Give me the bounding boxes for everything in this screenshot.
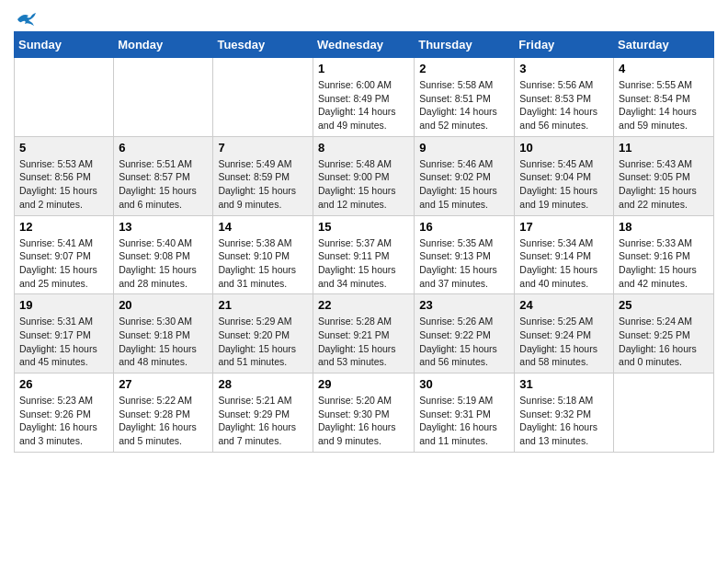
calendar-cell: 5Sunrise: 5:53 AM Sunset: 8:56 PM Daylig… [15,136,114,215]
calendar-cell: 13Sunrise: 5:40 AM Sunset: 9:08 PM Dayli… [114,215,213,294]
day-info: Sunrise: 5:21 AM Sunset: 9:29 PM Dayligh… [218,394,308,448]
day-number: 27 [119,377,208,391]
day-info: Sunrise: 5:43 AM Sunset: 9:05 PM Dayligh… [619,157,709,212]
day-number: 19 [19,298,108,312]
day-number: 10 [519,141,609,155]
day-info: Sunrise: 5:35 AM Sunset: 9:13 PM Dayligh… [419,236,509,291]
calendar-cell: 28Sunrise: 5:21 AM Sunset: 9:29 PM Dayli… [213,373,313,453]
calendar-week-row: 1Sunrise: 6:00 AM Sunset: 8:49 PM Daylig… [15,58,714,137]
day-info: Sunrise: 5:55 AM Sunset: 8:54 PM Dayligh… [619,78,709,132]
day-number: 6 [119,141,208,155]
day-number: 20 [119,298,208,312]
day-info: Sunrise: 5:19 AM Sunset: 9:31 PM Dayligh… [419,394,509,448]
day-number: 22 [318,298,409,312]
calendar-week-row: 26Sunrise: 5:23 AM Sunset: 9:26 PM Dayli… [15,373,714,453]
day-info: Sunrise: 5:56 AM Sunset: 8:53 PM Dayligh… [519,78,609,132]
calendar-cell: 24Sunrise: 5:25 AM Sunset: 9:24 PM Dayli… [515,294,614,373]
day-info: Sunrise: 5:33 AM Sunset: 9:16 PM Dayligh… [619,236,709,291]
day-info: Sunrise: 5:18 AM Sunset: 9:32 PM Dayligh… [519,394,609,448]
day-number: 23 [419,298,509,312]
day-number: 18 [619,220,709,234]
day-header-wednesday: Wednesday [313,32,414,58]
day-number: 28 [218,377,308,391]
day-info: Sunrise: 5:22 AM Sunset: 9:28 PM Dayligh… [119,394,208,448]
calendar-week-row: 12Sunrise: 5:41 AM Sunset: 9:07 PM Dayli… [15,215,714,294]
day-info: Sunrise: 5:49 AM Sunset: 8:59 PM Dayligh… [218,157,308,212]
calendar-cell: 17Sunrise: 5:34 AM Sunset: 9:14 PM Dayli… [515,215,614,294]
calendar-cell: 15Sunrise: 5:37 AM Sunset: 9:11 PM Dayli… [313,215,414,294]
day-header-sunday: Sunday [15,32,114,58]
calendar-cell [213,58,313,137]
page-header [14,9,714,24]
calendar-cell: 9Sunrise: 5:46 AM Sunset: 9:02 PM Daylig… [415,136,515,215]
day-number: 13 [119,220,208,234]
calendar-cell: 22Sunrise: 5:28 AM Sunset: 9:21 PM Dayli… [313,294,414,373]
day-header-thursday: Thursday [415,32,515,58]
day-info: Sunrise: 6:00 AM Sunset: 8:49 PM Dayligh… [318,78,409,132]
calendar-cell: 8Sunrise: 5:48 AM Sunset: 9:00 PM Daylig… [313,136,414,215]
calendar-header-row: SundayMondayTuesdayWednesdayThursdayFrid… [15,32,714,58]
day-info: Sunrise: 5:29 AM Sunset: 9:20 PM Dayligh… [218,315,308,369]
calendar-cell: 26Sunrise: 5:23 AM Sunset: 9:26 PM Dayli… [15,373,114,453]
calendar-cell: 1Sunrise: 6:00 AM Sunset: 8:49 PM Daylig… [313,58,414,137]
day-number: 14 [218,220,308,234]
day-info: Sunrise: 5:46 AM Sunset: 9:02 PM Dayligh… [419,157,509,212]
day-info: Sunrise: 5:28 AM Sunset: 9:21 PM Dayligh… [318,315,409,369]
day-number: 31 [519,377,609,391]
day-number: 4 [619,62,709,75]
day-number: 9 [419,141,509,155]
calendar-cell: 25Sunrise: 5:24 AM Sunset: 9:25 PM Dayli… [614,294,714,373]
day-header-monday: Monday [114,32,213,58]
day-header-saturday: Saturday [614,32,714,58]
day-number: 29 [318,377,409,391]
day-info: Sunrise: 5:38 AM Sunset: 9:10 PM Dayligh… [218,236,308,291]
day-info: Sunrise: 5:23 AM Sunset: 9:26 PM Dayligh… [19,394,108,448]
calendar-cell: 12Sunrise: 5:41 AM Sunset: 9:07 PM Dayli… [15,215,114,294]
calendar-cell: 29Sunrise: 5:20 AM Sunset: 9:30 PM Dayli… [313,373,414,453]
day-number: 30 [419,377,509,391]
calendar-cell: 10Sunrise: 5:45 AM Sunset: 9:04 PM Dayli… [515,136,614,215]
day-number: 17 [519,220,609,234]
day-info: Sunrise: 5:48 AM Sunset: 9:00 PM Dayligh… [318,157,409,212]
day-info: Sunrise: 5:34 AM Sunset: 9:14 PM Dayligh… [519,236,609,291]
day-info: Sunrise: 5:40 AM Sunset: 9:08 PM Dayligh… [119,236,208,291]
calendar-cell: 18Sunrise: 5:33 AM Sunset: 9:16 PM Dayli… [614,215,714,294]
day-number: 5 [19,141,108,155]
day-number: 15 [318,220,409,234]
calendar-cell: 19Sunrise: 5:31 AM Sunset: 9:17 PM Dayli… [15,294,114,373]
day-info: Sunrise: 5:30 AM Sunset: 9:18 PM Dayligh… [119,315,208,369]
calendar-week-row: 5Sunrise: 5:53 AM Sunset: 8:56 PM Daylig… [15,136,714,215]
day-info: Sunrise: 5:20 AM Sunset: 9:30 PM Dayligh… [318,394,409,448]
day-info: Sunrise: 5:26 AM Sunset: 9:22 PM Dayligh… [419,315,509,369]
day-info: Sunrise: 5:51 AM Sunset: 8:57 PM Dayligh… [119,157,208,212]
day-number: 3 [519,62,609,75]
day-info: Sunrise: 5:41 AM Sunset: 9:07 PM Dayligh… [19,236,108,291]
day-number: 1 [318,62,409,75]
logo [14,9,36,24]
calendar-cell: 30Sunrise: 5:19 AM Sunset: 9:31 PM Dayli… [415,373,515,453]
calendar-cell: 6Sunrise: 5:51 AM Sunset: 8:57 PM Daylig… [114,136,213,215]
day-header-friday: Friday [515,32,614,58]
calendar-cell [614,373,714,453]
day-number: 26 [19,377,108,391]
day-number: 25 [619,298,709,312]
calendar-cell: 20Sunrise: 5:30 AM Sunset: 9:18 PM Dayli… [114,294,213,373]
calendar-cell [15,58,114,137]
calendar-cell: 21Sunrise: 5:29 AM Sunset: 9:20 PM Dayli… [213,294,313,373]
calendar-cell: 16Sunrise: 5:35 AM Sunset: 9:13 PM Dayli… [415,215,515,294]
calendar-table: SundayMondayTuesdayWednesdayThursdayFrid… [14,31,714,453]
logo-bird-icon [16,11,36,28]
calendar-week-row: 19Sunrise: 5:31 AM Sunset: 9:17 PM Dayli… [15,294,714,373]
calendar-cell: 31Sunrise: 5:18 AM Sunset: 9:32 PM Dayli… [515,373,614,453]
day-info: Sunrise: 5:37 AM Sunset: 9:11 PM Dayligh… [318,236,409,291]
day-number: 8 [318,141,409,155]
day-number: 7 [218,141,308,155]
calendar-cell: 23Sunrise: 5:26 AM Sunset: 9:22 PM Dayli… [415,294,515,373]
day-number: 12 [19,220,108,234]
day-info: Sunrise: 5:31 AM Sunset: 9:17 PM Dayligh… [19,315,108,369]
day-number: 2 [419,62,509,75]
day-info: Sunrise: 5:53 AM Sunset: 8:56 PM Dayligh… [19,157,108,212]
calendar-cell: 4Sunrise: 5:55 AM Sunset: 8:54 PM Daylig… [614,58,714,137]
calendar-cell: 7Sunrise: 5:49 AM Sunset: 8:59 PM Daylig… [213,136,313,215]
calendar-cell: 2Sunrise: 5:58 AM Sunset: 8:51 PM Daylig… [415,58,515,137]
